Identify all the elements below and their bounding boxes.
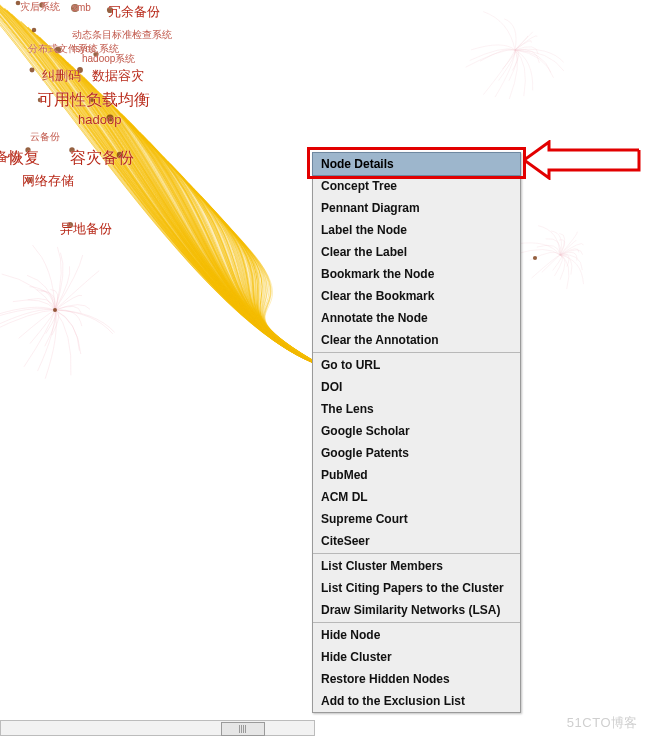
svg-point-19	[533, 256, 537, 260]
svg-point-15	[117, 152, 123, 158]
menu-item-list-citing-papers-to-the-cluster[interactable]: List Citing Papers to the Cluster	[313, 577, 520, 599]
svg-point-9	[77, 67, 83, 73]
svg-point-16	[27, 177, 33, 183]
menu-item-concept-tree[interactable]: Concept Tree	[313, 175, 520, 197]
menu-item-supreme-court[interactable]: Supreme Court	[313, 508, 520, 530]
menu-item-acm-dl[interactable]: ACM DL	[313, 486, 520, 508]
menu-item-bookmark-the-node[interactable]: Bookmark the Node	[313, 263, 520, 285]
svg-point-17	[67, 222, 73, 228]
menu-item-annotate-the-node[interactable]: Annotate the Node	[313, 307, 520, 329]
menu-separator	[313, 553, 520, 554]
svg-point-1	[16, 1, 21, 6]
menu-item-doi[interactable]: DOI	[313, 376, 520, 398]
menu-item-google-patents[interactable]: Google Patents	[313, 442, 520, 464]
svg-point-2	[39, 2, 44, 7]
svg-point-8	[30, 68, 35, 73]
svg-point-7	[93, 51, 98, 56]
menu-item-label-the-node[interactable]: Label the Node	[313, 219, 520, 241]
svg-point-4	[107, 7, 113, 13]
menu-item-node-details[interactable]: Node Details	[312, 152, 521, 176]
svg-point-10	[38, 98, 42, 102]
menu-item-clear-the-bookmark[interactable]: Clear the Bookmark	[313, 285, 520, 307]
menu-item-hide-node[interactable]: Hide Node	[313, 624, 520, 646]
menu-item-list-cluster-members[interactable]: List Cluster Members	[313, 555, 520, 577]
menu-item-clear-the-annotation[interactable]: Clear the Annotation	[313, 329, 520, 351]
menu-item-hide-cluster[interactable]: Hide Cluster	[313, 646, 520, 668]
menu-item-add-to-the-exclusion-list[interactable]: Add to the Exclusion List	[313, 690, 520, 712]
menu-item-google-scholar[interactable]: Google Scholar	[313, 420, 520, 442]
menu-item-citeseer[interactable]: CiteSeer	[313, 530, 520, 552]
menu-item-draw-similarity-networks-lsa[interactable]: Draw Similarity Networks (LSA)	[313, 599, 520, 621]
menu-item-clear-the-label[interactable]: Clear the Label	[313, 241, 520, 263]
svg-point-5	[32, 28, 36, 32]
menu-item-restore-hidden-nodes[interactable]: Restore Hidden Nodes	[313, 668, 520, 690]
menu-separator	[313, 352, 520, 353]
menu-item-the-lens[interactable]: The Lens	[313, 398, 520, 420]
menu-item-pennant-diagram[interactable]: Pennant Diagram	[313, 197, 520, 219]
svg-point-11	[90, 98, 94, 102]
menu-separator	[313, 622, 520, 623]
svg-point-6	[55, 47, 62, 54]
svg-point-13	[25, 147, 30, 152]
svg-point-3	[71, 4, 79, 12]
menu-item-pubmed[interactable]: PubMed	[313, 464, 520, 486]
horizontal-scrollbar[interactable]	[0, 720, 315, 736]
svg-point-12	[106, 114, 113, 121]
node-context-menu: Node DetailsConcept TreePennant DiagramL…	[312, 152, 521, 713]
svg-point-14	[69, 147, 74, 152]
svg-point-18	[53, 308, 57, 312]
menu-item-go-to-url[interactable]: Go to URL	[313, 354, 520, 376]
